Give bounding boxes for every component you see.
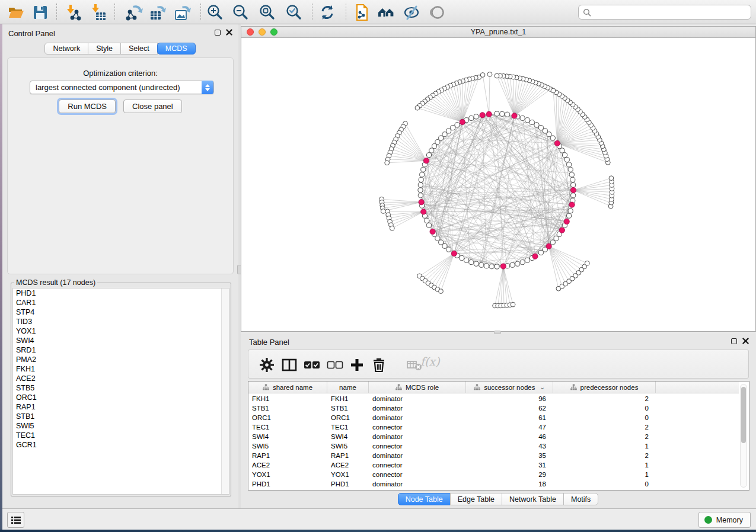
network-node[interactable] — [550, 240, 555, 245]
network-node[interactable] — [495, 73, 499, 78]
network-node[interactable] — [570, 177, 575, 182]
network-node[interactable] — [569, 172, 574, 177]
network-canvas[interactable] — [241, 38, 755, 331]
mcds-result-list[interactable]: PHD1CAR1STP4TID3YOX1SWI4SRD1PMA2FKH1ACE2… — [12, 288, 229, 495]
mcds-result-item[interactable]: FKH1 — [13, 364, 229, 374]
open-session-icon[interactable] — [7, 4, 25, 21]
network-node[interactable] — [520, 116, 525, 120]
network-node[interactable] — [568, 209, 573, 213]
mcds-result-item[interactable]: YOX1 — [13, 326, 229, 336]
network-node[interactable] — [525, 118, 529, 123]
network-node[interactable] — [571, 182, 576, 187]
export-image-icon[interactable] — [174, 4, 192, 21]
network-node[interactable] — [510, 262, 515, 267]
network-node[interactable] — [419, 177, 423, 182]
hide-visual-style-icon[interactable] — [403, 4, 420, 21]
close-panel-button[interactable]: Close panel — [123, 100, 182, 113]
mcds-hub-node[interactable] — [419, 200, 424, 205]
mcds-result-item[interactable]: GCR1 — [13, 440, 229, 450]
network-node[interactable] — [585, 261, 589, 265]
delete-columns-icon[interactable] — [371, 357, 387, 373]
network-node[interactable] — [442, 132, 447, 137]
mcds-result-item[interactable]: STP4 — [13, 307, 229, 317]
network-node[interactable] — [547, 132, 551, 137]
float-panel-icon[interactable] — [215, 30, 221, 36]
tab-network-table[interactable]: Network Table — [502, 493, 564, 505]
mcds-result-item[interactable]: SWI4 — [13, 336, 229, 345]
network-node[interactable] — [560, 148, 564, 153]
table-row[interactable]: FKH1FKH1dominator962 — [248, 394, 739, 403]
mcds-hub-node[interactable] — [569, 202, 575, 207]
table-scrollbar[interactable] — [740, 384, 747, 488]
table-row[interactable]: PHD1PHD1dominator180 — [248, 479, 739, 489]
import-table-icon[interactable] — [89, 4, 107, 21]
tab-edge-table[interactable]: Edge Table — [450, 493, 502, 505]
criterion-select[interactable]: largest connected component (undirected) — [30, 81, 214, 94]
network-node[interactable] — [469, 116, 474, 120]
mcds-result-item[interactable]: ORC1 — [13, 393, 229, 402]
network-node[interactable] — [432, 144, 437, 149]
table-row[interactable]: YOX1YOX1connector291 — [248, 470, 739, 479]
network-node[interactable] — [550, 136, 555, 140]
unselect-all-columns-icon[interactable] — [327, 357, 343, 373]
table-row[interactable]: SWI5SWI5connector431 — [248, 441, 739, 451]
search-box[interactable] — [578, 5, 751, 20]
network-node[interactable] — [487, 72, 492, 77]
network-node[interactable] — [455, 123, 460, 127]
column-header-successor-nodes[interactable]: successor nodes ⌄ — [466, 382, 553, 393]
network-node[interactable] — [446, 129, 451, 133]
task-history-button[interactable] — [7, 512, 24, 528]
network-node[interactable] — [571, 193, 576, 198]
network-node[interactable] — [551, 88, 556, 93]
mcds-result-item[interactable]: RAP1 — [13, 402, 229, 412]
home-icon[interactable] — [377, 4, 395, 21]
mcds-hub-node[interactable] — [532, 254, 538, 259]
tab-style[interactable]: Style — [88, 43, 121, 55]
network-node[interactable] — [390, 226, 394, 230]
network-node[interactable] — [554, 236, 559, 241]
select-all-columns-icon[interactable] — [304, 357, 320, 373]
export-network-icon[interactable] — [125, 4, 143, 21]
table-row[interactable]: RAP1RAP1dominator352 — [248, 451, 739, 460]
network-node[interactable] — [525, 258, 529, 262]
network-node[interactable] — [415, 105, 420, 110]
network-node[interactable] — [609, 176, 614, 181]
mcds-result-item[interactable]: STB5 — [13, 383, 229, 393]
network-from-document-icon[interactable] — [352, 4, 370, 21]
mcds-hub-node[interactable] — [546, 243, 551, 249]
network-node[interactable] — [442, 243, 447, 248]
mcds-hub-node[interactable] — [430, 229, 435, 234]
network-node[interactable] — [418, 182, 423, 187]
zoom-fit-icon[interactable] — [258, 4, 276, 21]
table-row[interactable]: ORC1ORC1dominator610 — [248, 413, 739, 422]
save-session-icon[interactable] — [31, 4, 49, 21]
network-node[interactable] — [538, 250, 543, 255]
mcds-result-item[interactable]: TEC1 — [13, 431, 229, 440]
mcds-hub-node[interactable] — [480, 113, 485, 118]
network-node[interactable] — [429, 148, 434, 153]
mcds-hub-node[interactable] — [421, 209, 426, 214]
network-node[interactable] — [520, 260, 525, 265]
mcds-hub-node[interactable] — [554, 140, 560, 146]
network-node[interactable] — [420, 172, 425, 177]
network-node[interactable] — [381, 209, 385, 214]
network-node[interactable] — [511, 302, 515, 307]
network-node[interactable] — [451, 126, 455, 130]
table-row[interactable]: TEC1TEC1connector472 — [248, 422, 739, 432]
network-node[interactable] — [567, 162, 572, 167]
mcds-result-item[interactable]: ACE2 — [13, 374, 229, 383]
tab-select[interactable]: Select — [120, 43, 158, 55]
network-node[interactable] — [460, 255, 464, 260]
table-row[interactable]: ACE2ACE2connector311 — [248, 460, 739, 470]
mcds-hub-node[interactable] — [460, 119, 465, 124]
column-header-name[interactable]: name — [327, 382, 369, 393]
mcds-hub-node[interactable] — [500, 264, 506, 269]
network-node[interactable] — [495, 111, 499, 116]
mcds-result-item[interactable]: CAR1 — [13, 298, 229, 307]
zoom-selected-icon[interactable] — [285, 4, 302, 21]
network-node[interactable] — [495, 264, 499, 269]
mcds-result-item[interactable]: SWI5 — [13, 421, 229, 431]
search-input[interactable] — [591, 5, 751, 19]
network-node[interactable] — [439, 289, 444, 294]
tab-motifs[interactable]: Motifs — [563, 493, 598, 505]
